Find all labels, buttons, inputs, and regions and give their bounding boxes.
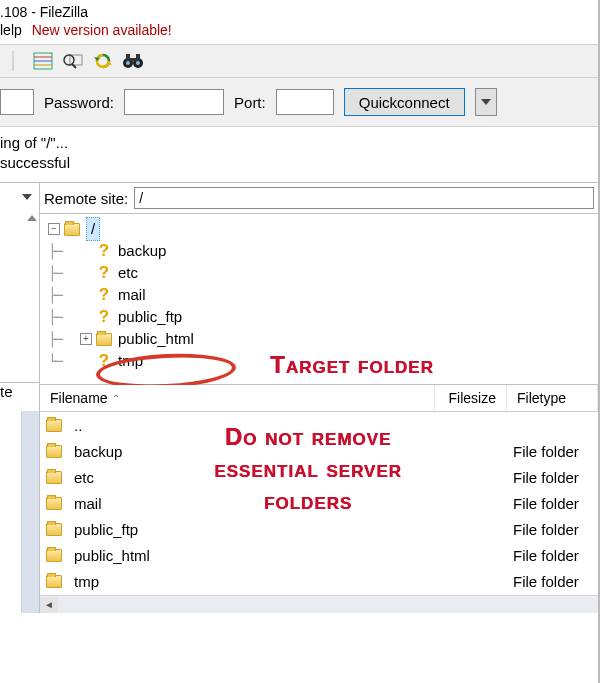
quickconnect-bar: Password: Port: Quickconnect — [0, 78, 598, 127]
file-row[interactable]: tmpFile folder — [40, 568, 598, 594]
tree-item[interactable]: ├─?etc — [48, 262, 590, 284]
svg-rect-12 — [126, 54, 130, 61]
port-label: Port: — [234, 94, 266, 111]
unknown-icon: ? — [96, 243, 112, 259]
column-filesize[interactable]: Filesize — [435, 385, 507, 411]
binoculars-icon[interactable] — [120, 49, 146, 73]
local-pane: te — [0, 183, 40, 613]
file-type: File folder — [513, 547, 598, 564]
local-scrollbar[interactable] — [21, 411, 39, 613]
tree-root[interactable]: − / — [48, 218, 590, 240]
folder-icon — [46, 523, 62, 536]
quickconnect-button[interactable]: Quickconnect — [344, 88, 465, 116]
folder-icon — [46, 445, 62, 458]
log-line: successful — [0, 153, 598, 173]
tree-root-label: / — [86, 217, 100, 241]
file-row[interactable]: public_ftpFile folder — [40, 516, 598, 542]
svg-marker-18 — [22, 194, 32, 200]
file-type: File folder — [513, 443, 598, 460]
tree-item[interactable]: ├─+public_html — [48, 328, 590, 350]
menu-bar: lelp New version available! — [0, 20, 598, 44]
host-input[interactable] — [0, 89, 34, 115]
message-log: ing of "/"... successful — [0, 127, 598, 183]
folder-icon — [46, 549, 62, 562]
file-list-header: Filename⌃ Filesize Filetype — [40, 385, 598, 412]
log-line: ing of "/"... — [0, 133, 598, 153]
unknown-icon: ? — [96, 309, 112, 325]
quickconnect-dropdown[interactable] — [475, 88, 497, 116]
remote-tree: − / ├─?backup ├─?etc ├─?mail ├─?public_f… — [40, 214, 598, 385]
file-name: etc — [74, 469, 94, 486]
folder-icon — [46, 419, 62, 432]
sort-asc-icon: ⌃ — [112, 393, 120, 404]
menu-help[interactable]: lelp — [0, 22, 22, 38]
file-type: File folder — [513, 573, 598, 590]
column-filename[interactable]: Filename⌃ — [40, 385, 435, 411]
file-name: .. — [74, 417, 82, 434]
remote-file-list: Filename⌃ Filesize Filetype ..backupFile… — [40, 385, 598, 613]
svg-marker-19 — [27, 215, 37, 221]
svg-marker-17 — [481, 99, 491, 105]
remote-pane: Remote site: − / ├─?backup ├─?etc ├─?mai… — [40, 183, 598, 613]
chevron-up-icon — [27, 215, 37, 221]
folder-icon — [96, 333, 112, 346]
toolbar-divider — [0, 49, 26, 73]
password-input[interactable] — [124, 89, 224, 115]
unknown-icon: ? — [96, 265, 112, 281]
file-type: File folder — [513, 521, 598, 538]
expand-icon[interactable]: + — [80, 333, 92, 345]
tree-item-label: public_html — [118, 328, 194, 350]
folder-icon — [64, 223, 80, 236]
file-name: mail — [74, 495, 102, 512]
collapse-icon[interactable]: − — [48, 223, 60, 235]
annotation-target-folder: Target folder — [270, 354, 434, 376]
file-name: public_html — [74, 547, 150, 564]
tree-item-label: etc — [118, 262, 138, 284]
local-column-header[interactable]: te — [0, 383, 13, 400]
new-version-link[interactable]: New version available! — [32, 22, 172, 38]
svg-rect-13 — [136, 54, 140, 61]
password-label: Password: — [44, 94, 114, 111]
unknown-icon: ? — [96, 287, 112, 303]
scroll-left-icon[interactable]: ◄ — [40, 597, 58, 613]
file-type: File folder — [513, 495, 598, 512]
refresh-icon[interactable] — [90, 49, 116, 73]
remote-site-input[interactable] — [134, 187, 594, 209]
column-filetype[interactable]: Filetype — [507, 385, 598, 411]
local-site-dropdown[interactable] — [19, 187, 35, 207]
tree-item[interactable]: ├─?public_ftp — [48, 306, 590, 328]
file-name: tmp — [74, 573, 99, 590]
svg-point-15 — [126, 61, 130, 65]
tree-item-label: backup — [118, 240, 166, 262]
file-name: public_ftp — [74, 521, 138, 538]
port-input[interactable] — [276, 89, 334, 115]
chevron-down-icon — [22, 194, 32, 200]
file-row[interactable]: public_htmlFile folder — [40, 542, 598, 568]
remote-site-label: Remote site: — [44, 190, 128, 207]
horizontal-scrollbar[interactable]: ◄ — [40, 595, 598, 613]
tree-item[interactable]: ├─?mail — [48, 284, 590, 306]
annotation-warning: Do not remove essential server folders — [178, 421, 438, 517]
folder-icon — [46, 471, 62, 484]
file-type: File folder — [513, 469, 598, 486]
toggle-tree-icon[interactable] — [30, 49, 56, 73]
toolbar — [0, 44, 598, 78]
svg-point-16 — [136, 61, 140, 65]
tree-item-label: mail — [118, 284, 146, 306]
folder-icon — [46, 575, 62, 588]
tree-item[interactable]: ├─?backup — [48, 240, 590, 262]
tree-item-label: public_ftp — [118, 306, 182, 328]
folder-icon — [46, 497, 62, 510]
file-name: backup — [74, 443, 122, 460]
chevron-down-icon — [481, 99, 491, 105]
svg-rect-14 — [130, 58, 136, 61]
window-title: .108 - FileZilla — [0, 0, 598, 20]
search-icon[interactable] — [60, 49, 86, 73]
